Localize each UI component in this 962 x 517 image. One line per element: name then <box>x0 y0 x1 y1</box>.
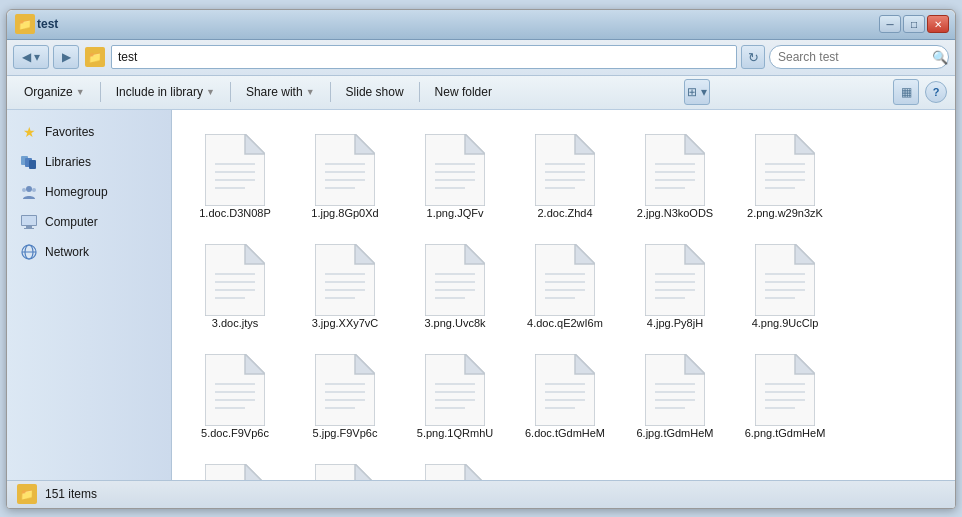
file-label: 6.png.tGdmHeM <box>745 426 826 440</box>
file-icon <box>750 346 820 426</box>
file-label: 1.jpg.8Gp0Xd <box>311 206 378 220</box>
file-icon <box>420 126 490 206</box>
share-with-button[interactable]: Share with ▼ <box>237 79 324 105</box>
file-item[interactable]: 7.doc.i80I <box>180 448 290 479</box>
help-button[interactable]: ? <box>925 81 947 103</box>
network-icon <box>19 242 39 262</box>
svg-marker-50 <box>245 244 265 264</box>
file-item[interactable]: 1.png.JQFv <box>400 118 510 228</box>
svg-marker-38 <box>685 134 705 154</box>
back-button[interactable]: ◀ ▾ <box>13 45 49 69</box>
svg-marker-26 <box>465 134 485 154</box>
svg-marker-92 <box>355 354 375 374</box>
file-label: 2.doc.Zhd4 <box>537 206 592 220</box>
file-item[interactable]: 3.png.Uvc8k <box>400 228 510 338</box>
explorer-window: 📁 test ─ □ ✕ ◀ ▾ ▶ 📁 ↻ 🔍 Organize ▼ Incl… <box>6 9 956 509</box>
file-item[interactable]: 7.png.JmtI7F <box>400 448 510 479</box>
favorites-icon: ★ <box>19 122 39 142</box>
toolbar-sep-3 <box>330 82 331 102</box>
file-label: 1.doc.D3N08P <box>199 206 271 220</box>
close-button[interactable]: ✕ <box>927 15 949 33</box>
maximize-button[interactable]: □ <box>903 15 925 33</box>
file-item[interactable]: 4.png.9UcClp <box>730 228 840 338</box>
file-item[interactable]: 2.doc.Zhd4 <box>510 118 620 228</box>
search-box[interactable]: 🔍 <box>769 45 949 69</box>
view-toggle-button[interactable]: ⊞ ▾ <box>684 79 710 105</box>
file-label: 4.jpg.Py8jH <box>647 316 703 330</box>
svg-point-3 <box>26 186 32 192</box>
file-icon <box>530 126 600 206</box>
new-folder-button[interactable]: New folder <box>426 79 501 105</box>
file-item[interactable]: 7.jpg.6vOJ <box>290 448 400 479</box>
file-label: 5.png.1QRmhU <box>417 426 493 440</box>
file-item[interactable]: 5.jpg.F9Vp6c <box>290 338 400 448</box>
file-label: 2.jpg.N3koODS <box>637 206 713 220</box>
toolbar-sep-2 <box>230 82 231 102</box>
file-icon <box>420 346 490 426</box>
sidebar-item-favorites[interactable]: ★ Favorites <box>11 118 167 146</box>
preview-pane-button[interactable]: ▦ <box>893 79 919 105</box>
file-label: 2.png.w29n3zK <box>747 206 823 220</box>
computer-icon <box>19 212 39 232</box>
sidebar-item-homegroup[interactable]: Homegroup <box>11 178 167 206</box>
address-input[interactable] <box>111 45 737 69</box>
svg-marker-32 <box>575 134 595 154</box>
file-label: 4.doc.qE2wI6m <box>527 316 603 330</box>
search-input[interactable] <box>778 50 928 64</box>
search-icon[interactable]: 🔍 <box>932 50 948 65</box>
main-area: ★ Favorites Libraries Homegroup Compute <box>7 110 955 480</box>
file-item[interactable]: 5.png.1QRmhU <box>400 338 510 448</box>
file-item[interactable]: 4.doc.qE2wI6m <box>510 228 620 338</box>
file-icon <box>750 126 820 206</box>
file-icon <box>200 236 270 316</box>
svg-marker-44 <box>795 134 815 154</box>
libraries-icon <box>19 152 39 172</box>
file-icon <box>310 346 380 426</box>
file-item[interactable]: 3.jpg.XXy7vC <box>290 228 400 338</box>
toolbar: Organize ▼ Include in library ▼ Share wi… <box>7 76 955 110</box>
file-label: 6.jpg.tGdmHeM <box>636 426 713 440</box>
sidebar-item-computer[interactable]: Computer <box>11 208 167 236</box>
svg-marker-134 <box>465 464 485 479</box>
svg-rect-8 <box>26 226 32 228</box>
svg-marker-56 <box>355 244 375 264</box>
forward-button[interactable]: ▶ <box>53 45 79 69</box>
file-item[interactable]: 5.doc.F9Vp6c <box>180 338 290 448</box>
file-icon <box>640 346 710 426</box>
file-item[interactable]: 6.doc.tGdmHeM <box>510 338 620 448</box>
refresh-button[interactable]: ↻ <box>741 45 765 69</box>
window-icon: 📁 <box>15 14 35 34</box>
sidebar-item-libraries[interactable]: Libraries <box>11 148 167 176</box>
file-item[interactable]: 6.png.tGdmHeM <box>730 338 840 448</box>
address-bar: ◀ ▾ ▶ 📁 ↻ 🔍 <box>7 40 955 76</box>
sidebar-label-network: Network <box>45 245 89 259</box>
svg-rect-7 <box>22 216 36 225</box>
sidebar-item-network[interactable]: Network <box>11 238 167 266</box>
homegroup-icon <box>19 182 39 202</box>
toolbar-sep-4 <box>419 82 420 102</box>
svg-marker-98 <box>465 354 485 374</box>
file-item[interactable]: 1.doc.D3N08P <box>180 118 290 228</box>
status-bar: 📁 151 items <box>7 480 955 508</box>
file-label: 5.doc.F9Vp6c <box>201 426 269 440</box>
file-label: 3.jpg.XXy7vC <box>312 316 379 330</box>
file-label: 3.doc.jtys <box>212 316 258 330</box>
file-item[interactable]: 3.doc.jtys <box>180 228 290 338</box>
address-folder-icon: 📁 <box>85 47 105 67</box>
include-in-library-button[interactable]: Include in library ▼ <box>107 79 224 105</box>
file-item[interactable]: 2.png.w29n3zK <box>730 118 840 228</box>
svg-marker-80 <box>795 244 815 264</box>
file-item[interactable]: 2.jpg.N3koODS <box>620 118 730 228</box>
svg-point-4 <box>22 188 26 192</box>
svg-marker-116 <box>795 354 815 374</box>
minimize-button[interactable]: ─ <box>879 15 901 33</box>
slide-show-button[interactable]: Slide show <box>337 79 413 105</box>
file-item[interactable]: 4.jpg.Py8jH <box>620 228 730 338</box>
file-icon <box>750 236 820 316</box>
sidebar-label-computer: Computer <box>45 215 98 229</box>
file-item[interactable]: 1.jpg.8Gp0Xd <box>290 118 400 228</box>
svg-marker-14 <box>245 134 265 154</box>
share-chevron: ▼ <box>306 87 315 97</box>
organize-button[interactable]: Organize ▼ <box>15 79 94 105</box>
file-item[interactable]: 6.jpg.tGdmHeM <box>620 338 730 448</box>
